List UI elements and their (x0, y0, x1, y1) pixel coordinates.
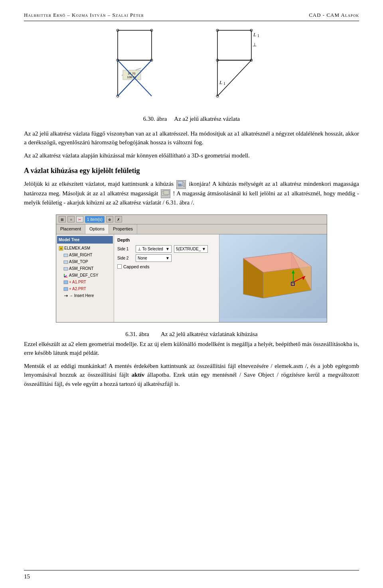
figure1-caption-text: ábra (157, 116, 167, 122)
capped-ends-row: Capped ends (117, 264, 216, 270)
depth-label: Depth (117, 237, 216, 244)
side1-extrude-value: 5(EXTRUDE_ (176, 247, 201, 251)
tree-item-asm-top[interactable]: ASM_TOP (57, 258, 113, 265)
figures-row: 34.70 108.44 L 1 ⊥ (24, 28, 359, 111)
paragraph1: Az a2 jelű alkatrész vázlata függő viszo… (24, 129, 359, 147)
page-footer: 15 (24, 570, 359, 581)
svg-rect-34 (178, 184, 182, 186)
cad-screenshot: ⊠ ≡ ✂ 1 item(s) ⊕ ✗ Placement Options Pr… (56, 214, 327, 323)
paragraph3: Jelöljük ki az elkészített vázlatot, maj… (24, 179, 359, 207)
svg-rect-15 (217, 30, 251, 60)
figure2-canvas: L 1 ⊥ L 1 (201, 28, 281, 111)
svg-line-25 (217, 60, 251, 96)
toolbar-icon-5[interactable]: ✗ (115, 216, 122, 222)
tree-item-asm-def-csy[interactable]: ASM_DEF_CSY (57, 272, 113, 279)
tree-item-elemek[interactable]: A ELEMEK.ASM (57, 245, 113, 252)
tree-item-asm-right[interactable]: ASM_RIGHT (57, 252, 113, 258)
tab-properties[interactable]: Properties (109, 224, 137, 234)
toolbar-icon-1[interactable]: ⊠ (59, 216, 66, 222)
svg-text:A: A (60, 247, 62, 250)
svg-point-64 (292, 281, 294, 283)
3d-view-svg (219, 234, 327, 318)
toolbar-icon-3[interactable]: ✂ (76, 216, 83, 222)
figure2-caption-text: ábra (139, 331, 149, 337)
figure1-svg: 34.70 108.44 (102, 28, 178, 108)
tree-item-a1[interactable]: + A1.PRT (57, 279, 113, 285)
paragraph2: Az a2 alkatrész vázlata alapján kihúzáss… (24, 151, 359, 160)
svg-rect-42 (64, 261, 68, 264)
svg-text:⊥: ⊥ (253, 42, 257, 47)
page-header: Halbritter Ernő – Kozma István – Szalai … (24, 11, 359, 21)
svg-line-33 (183, 185, 184, 187)
svg-text:1: 1 (257, 33, 259, 38)
tree-item-a2[interactable]: + A2.PRT (57, 285, 113, 292)
figure2-caption-number: 6.31. (125, 331, 137, 337)
part-icon-2 (63, 287, 68, 291)
plane-icon-2 (63, 260, 68, 264)
figure1-canvas: 34.70 108.44 (102, 28, 178, 111)
figure1-caption-title: Az a2 jelű alkatrész vázlata (174, 116, 240, 122)
side2-label: Side 2 (117, 255, 133, 261)
svg-rect-43 (64, 267, 68, 270)
plane-icon-1 (63, 253, 68, 258)
figure1-caption-number: 6.30. (143, 116, 155, 122)
tree-header: Model Tree (57, 236, 113, 244)
side1-dropdown-value: ⊥ To Selected (138, 246, 163, 252)
toolbar-icon-2[interactable]: ≡ (67, 216, 75, 222)
side1-row: Side 1 ⊥ To Selected ▼ 5(EXTRUDE_ ▼ (117, 245, 216, 253)
figure1-caption-block: 6.30. ábra Az a2 jelű alkatrész vázlata (24, 114, 359, 124)
tab-options[interactable]: Options (85, 224, 109, 234)
side2-row: Side 2 None ▼ (117, 254, 216, 262)
insert-icon (63, 293, 68, 298)
figure2-svg: L 1 ⊥ L 1 (201, 28, 281, 108)
side1-value-arrow: ▼ (202, 247, 206, 251)
csys-icon (63, 273, 68, 278)
header-right: CAD - CAM Alapok (309, 11, 359, 19)
plane-icon-3 (63, 266, 68, 271)
cad-toolbar: ⊠ ≡ ✂ 1 item(s) ⊕ ✗ (56, 215, 327, 224)
figure2-caption: 6.31. ábra Az a2 jelű alkatrész vázlatán… (24, 330, 359, 339)
asm-icon: A (59, 246, 63, 251)
paragraph3-part1: Jelöljük ki az elkészített vázlatot, maj… (24, 181, 174, 187)
capped-ends-checkbox[interactable] (117, 264, 122, 269)
svg-marker-50 (67, 295, 68, 297)
extrude-icon (176, 180, 186, 189)
svg-rect-0 (118, 30, 152, 60)
svg-line-30 (183, 181, 184, 183)
side1-dropdown-arrow: ▼ (166, 246, 170, 252)
side1-value[interactable]: 5(EXTRUDE_ ▼ (174, 245, 208, 253)
toolbar-icon-4[interactable]: ⊕ (106, 216, 113, 222)
side1-label: Side 1 (117, 246, 133, 252)
3d-view (219, 234, 327, 322)
options-panel: Depth Side 1 ⊥ To Selected ▼ 5(EXTRUDE_ … (114, 234, 219, 322)
section-heading: A vázlat kihúzása egy kijelölt felületig (24, 165, 359, 176)
cad-body: Model Tree A ELEMEK.ASM ASM_RIGHT ASM_TO… (56, 234, 327, 322)
part-icon-1 (63, 280, 68, 285)
tree-item-insert-here[interactable]: → Insert Here (57, 292, 113, 299)
model-tree-panel: Model Tree A ELEMEK.ASM ASM_RIGHT ASM_TO… (56, 234, 114, 322)
side2-dropdown-value: None (138, 255, 147, 261)
svg-text:L: L (219, 79, 222, 85)
tab-placement[interactable]: Placement (56, 224, 85, 234)
copy-icon (161, 189, 170, 198)
svg-rect-41 (64, 254, 68, 257)
paragraph5-bold: aktív (132, 372, 145, 378)
svg-text:L: L (253, 31, 256, 37)
side2-dropdown-arrow: ▼ (166, 255, 170, 261)
side1-dropdown[interactable]: ⊥ To Selected ▼ (136, 245, 172, 253)
paragraph4: Ezzel elkészült az a2 elem geometriai mo… (24, 340, 359, 358)
svg-rect-36 (164, 191, 169, 195)
figure2-caption-title: Az a2 jelű alkatrész vázlatának kihúzása (161, 331, 258, 337)
toolbar-badge: 1 item(s) (85, 216, 105, 223)
svg-rect-47 (64, 281, 68, 284)
side2-dropdown[interactable]: None ▼ (136, 254, 172, 262)
header-left: Halbritter Ernő – Kozma István – Szalai … (24, 11, 144, 19)
svg-text:1: 1 (223, 81, 225, 86)
capped-ends-label: Capped ends (123, 264, 149, 270)
page: Halbritter Ernő – Kozma István – Szalai … (0, 0, 383, 588)
page-number: 15 (24, 572, 30, 581)
cad-tabs: Placement Options Properties (56, 224, 327, 235)
paragraph5: Mentsük el az eddigi munkánkat! A mentés… (24, 362, 359, 389)
tree-item-asm-front[interactable]: ASM_FRONT (57, 265, 113, 272)
svg-rect-48 (64, 287, 68, 291)
